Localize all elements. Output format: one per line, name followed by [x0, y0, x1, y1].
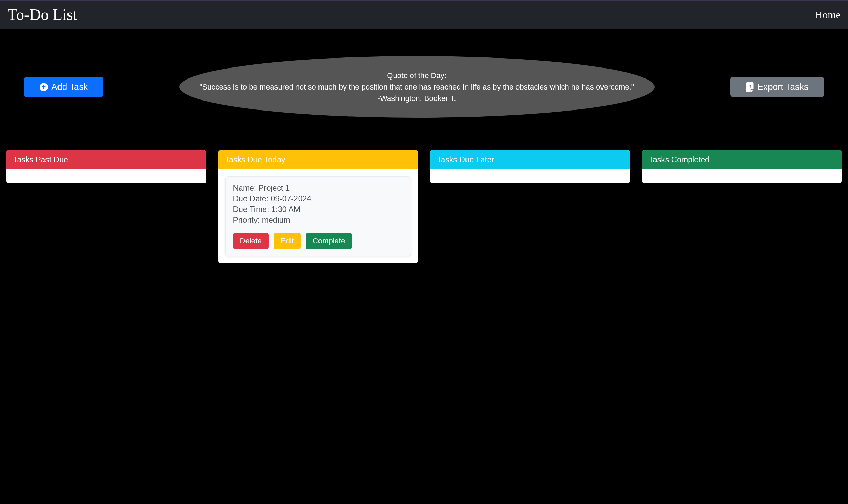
- column-header-completed: Tasks Completed: [642, 150, 842, 169]
- quote-container: Quote of the Day: "Success is to be meas…: [114, 56, 720, 118]
- task-due-date: Due Date: 09-07-2024: [233, 194, 404, 203]
- quote-author: -Washington, Booker T.: [193, 93, 641, 104]
- task-card: Name: Project 1 Due Date: 09-07-2024 Due…: [225, 176, 411, 256]
- quote-heading: Quote of the Day:: [193, 70, 641, 81]
- column-body-completed: [642, 169, 842, 183]
- task-name: Name: Project 1: [233, 183, 404, 193]
- column-due-today: Tasks Due Today Name: Project 1 Due Date…: [218, 150, 418, 263]
- column-body-past-due: [6, 169, 206, 183]
- columns: Tasks Past Due Tasks Due Today Name: Pro…: [0, 132, 848, 263]
- column-body-due-later: [430, 169, 630, 183]
- quote-text: "Success is to be measured not so much b…: [193, 81, 641, 93]
- column-header-past-due: Tasks Past Due: [6, 150, 206, 169]
- file-export-icon: [746, 82, 754, 92]
- add-task-button[interactable]: + Add Task: [24, 77, 103, 97]
- edit-button[interactable]: Edit: [274, 233, 301, 249]
- add-task-label: Add Task: [51, 82, 88, 92]
- column-header-due-later: Tasks Due Later: [430, 150, 630, 169]
- toolbar: + Add Task Quote of the Day: "Success is…: [0, 29, 848, 132]
- column-past-due: Tasks Past Due: [6, 150, 206, 183]
- app-title: To-Do List: [8, 6, 77, 24]
- topbar: To-Do List Home: [0, 0, 848, 29]
- export-tasks-button[interactable]: Export Tasks: [730, 77, 824, 97]
- column-body-due-today: Name: Project 1 Due Date: 09-07-2024 Due…: [218, 169, 418, 263]
- column-due-later: Tasks Due Later: [430, 150, 630, 183]
- column-header-due-today: Tasks Due Today: [218, 150, 418, 169]
- task-due-time: Due Time: 1:30 AM: [233, 205, 404, 214]
- home-link[interactable]: Home: [815, 9, 840, 21]
- quote-of-the-day: Quote of the Day: "Success is to be meas…: [179, 56, 655, 118]
- column-completed: Tasks Completed: [642, 150, 842, 183]
- task-actions: Delete Edit Complete: [233, 233, 404, 249]
- plus-circle-icon: +: [40, 83, 48, 91]
- export-tasks-label: Export Tasks: [757, 82, 808, 92]
- task-priority: Priority: medium: [233, 216, 404, 225]
- delete-button[interactable]: Delete: [233, 233, 269, 249]
- complete-button[interactable]: Complete: [306, 233, 352, 249]
